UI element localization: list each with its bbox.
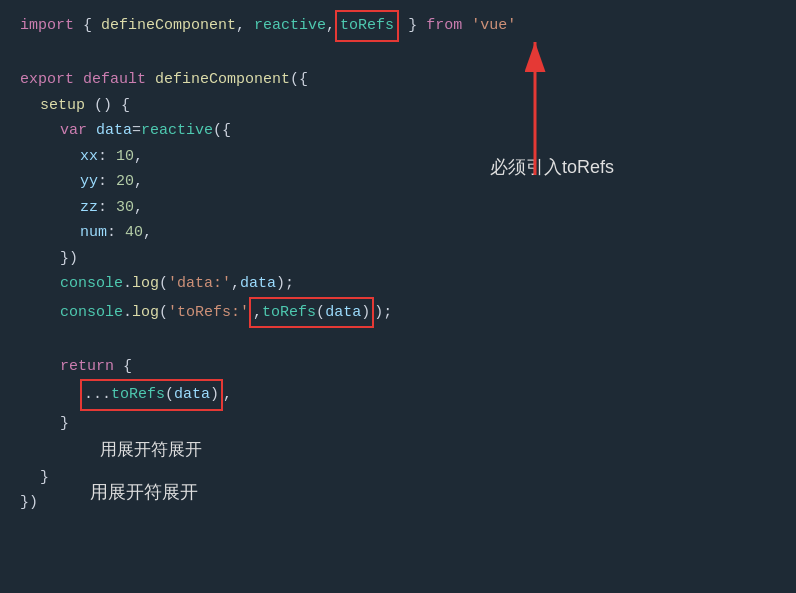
code-line-9: num : 40 , [20, 220, 776, 246]
code-line-10: }) [20, 246, 776, 272]
code-line-14: return { [20, 354, 776, 380]
code-line-8: zz : 30 , [20, 195, 776, 221]
code-line-6: xx : 10 , [20, 144, 776, 170]
code-line-17-comment: 用展开符展开 [20, 436, 776, 465]
code-line-13 [20, 328, 776, 354]
torefs-highlight-top: toRefs [335, 10, 399, 42]
code-line-15: ...toRefs(data) , [20, 379, 776, 411]
keyword-import: import [20, 13, 74, 39]
spread-torefs-highlight: ...toRefs(data) [80, 379, 223, 411]
code-line-12: console . log ( 'toRefs:' ,toRefs(data) … [20, 297, 776, 329]
code-line-4: setup () { [20, 93, 776, 119]
code-line-3: export default defineComponent ({ [20, 67, 776, 93]
code-line-1: import { defineComponent , reactive , to… [20, 10, 776, 42]
spread-annotation: 用展开符展开 [90, 480, 198, 504]
torefs-call-highlight: ,toRefs(data) [249, 297, 374, 329]
code-line-5: var data = reactive ({ [20, 118, 776, 144]
code-line-2 [20, 42, 776, 68]
torefs-annotation: 必须引入toRefs [490, 155, 614, 179]
code-line-7: yy : 20 , [20, 169, 776, 195]
spread-annotation-text: 用展开符展开 [20, 436, 202, 465]
code-line-11: console . log ( 'data:' , data ); [20, 271, 776, 297]
code-line-16: } [20, 411, 776, 437]
code-editor: import { defineComponent , reactive , to… [0, 0, 796, 526]
